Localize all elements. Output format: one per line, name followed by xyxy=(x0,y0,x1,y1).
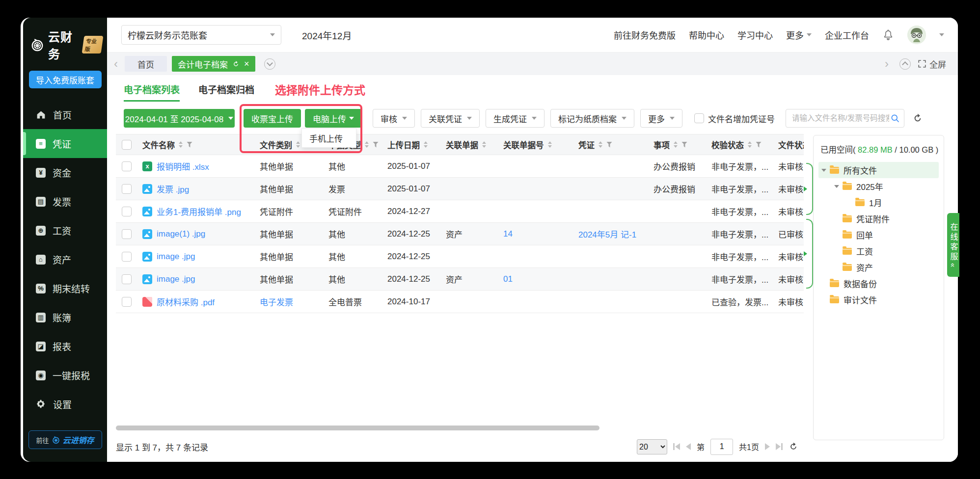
toolbar-button-1[interactable]: 关联凭证 xyxy=(421,109,480,128)
sort-icon[interactable] xyxy=(296,141,300,148)
sidebar-item-7[interactable]: ▥账簿 xyxy=(23,303,107,332)
header-link-4[interactable]: 企业工作台 xyxy=(825,28,869,41)
file-name-link[interactable]: 原材料采购 .pdf xyxy=(157,295,215,308)
file-name-link[interactable]: 报销明细 .xlsx xyxy=(157,160,209,172)
tree-node-5[interactable]: 工资 xyxy=(818,243,939,259)
sort-icon[interactable] xyxy=(179,141,183,148)
header-link-0[interactable]: 前往财务免费版 xyxy=(614,28,676,41)
refresh-icon[interactable] xyxy=(912,113,923,124)
table-refresh-icon[interactable] xyxy=(789,442,798,452)
tree-node-1[interactable]: 2025年 xyxy=(818,178,939,194)
header-link-2[interactable]: 学习中心 xyxy=(737,28,773,41)
sidebar-item-4[interactable]: ⊕工资 xyxy=(23,216,107,245)
row-checkbox[interactable] xyxy=(122,252,132,262)
date-range-button[interactable]: 2024-04-01 至 2025-04-08 xyxy=(124,109,235,128)
filter-icon[interactable] xyxy=(606,142,612,148)
fullscreen-button[interactable]: 全屏 xyxy=(918,58,946,70)
upload-button-0[interactable]: 收票宝上传 xyxy=(244,109,301,128)
tree-caret-icon[interactable] xyxy=(834,185,839,188)
tree-node-0[interactable]: 所有文件 xyxy=(818,162,939,178)
toolbar-button-0[interactable]: 审核 xyxy=(373,109,415,128)
tabs-scroll-left-icon[interactable]: ‹ xyxy=(114,58,118,70)
file-category[interactable]: 电子发票 xyxy=(260,295,293,308)
sort-icon[interactable] xyxy=(424,141,428,148)
window-tab-1[interactable]: 会计电子档案× xyxy=(172,56,255,72)
sidebar-item-0[interactable]: 首页 xyxy=(23,100,107,129)
tree-node-7[interactable]: 数据备份 xyxy=(818,275,939,292)
sidebar-item-3[interactable]: ▤发票 xyxy=(23,187,107,216)
tree-expand-handle-bottom[interactable] xyxy=(806,219,813,289)
tree-node-2[interactable]: 1月 xyxy=(818,194,939,211)
sidebar-item-6[interactable]: %期末结转 xyxy=(23,274,107,303)
sidebar-item-5[interactable]: ⌂资产 xyxy=(23,245,107,274)
sort-icon[interactable] xyxy=(599,141,602,148)
file-name-link[interactable]: 发票 .jpg xyxy=(157,183,189,195)
first-page-icon[interactable] xyxy=(673,443,680,450)
horizontal-scrollbar-thumb[interactable] xyxy=(116,426,599,430)
tree-caret-icon[interactable] xyxy=(821,169,826,172)
page-number-input[interactable] xyxy=(710,439,733,455)
toolbar-button-2[interactable]: 生成凭证 xyxy=(486,109,544,128)
voucher-link[interactable]: 2024年5月 记-1 xyxy=(578,228,636,240)
row-checkbox[interactable] xyxy=(122,274,132,284)
sidebar-item-1[interactable]: ≡凭证 xyxy=(23,129,107,158)
sort-icon[interactable] xyxy=(548,141,552,148)
tree-node-6[interactable]: 资产 xyxy=(818,259,939,275)
tree-node-8[interactable]: 审计文件 xyxy=(818,292,939,308)
filter-icon[interactable] xyxy=(187,142,192,148)
sort-icon[interactable] xyxy=(365,141,369,148)
row-checkbox[interactable] xyxy=(122,297,132,307)
toolbar-button-4[interactable]: 更多 xyxy=(640,109,682,128)
window-tab-0[interactable]: 首页 xyxy=(125,56,167,72)
last-page-icon[interactable] xyxy=(776,443,783,450)
related-doc-no[interactable]: 14 xyxy=(503,229,513,239)
sort-icon[interactable] xyxy=(748,141,752,148)
row-checkbox[interactable] xyxy=(122,207,132,216)
sidebar-item-9[interactable]: ◉一键报税 xyxy=(23,361,107,390)
header-link-1[interactable]: 帮助中心 xyxy=(689,28,724,41)
user-menu-chevron-icon[interactable] xyxy=(939,33,944,36)
account-set-select[interactable]: 柠檬云财务示范账套 xyxy=(121,25,281,45)
header-link-3[interactable]: 更多 xyxy=(786,28,812,41)
tabs-scroll-right-icon[interactable]: › xyxy=(885,58,889,70)
search-input[interactable] xyxy=(791,113,890,123)
upload-button-1[interactable]: 电脑上传 xyxy=(305,109,362,128)
import-free-account-button[interactable]: 导入免费版账套 xyxy=(29,71,102,88)
row-checkbox[interactable] xyxy=(122,184,132,194)
filter-icon[interactable] xyxy=(373,142,379,148)
collapse-header-icon[interactable] xyxy=(899,58,911,70)
file-name-link[interactable]: image .jpg xyxy=(157,274,195,284)
sort-icon[interactable] xyxy=(482,141,486,148)
tab-refresh-icon[interactable] xyxy=(232,60,240,68)
menu-item-mobile-upload[interactable]: 手机上传 xyxy=(302,129,356,147)
toolbar-button-3[interactable]: 标记为纸质档案 xyxy=(550,109,634,128)
filter-icon[interactable] xyxy=(681,142,687,148)
prev-page-icon[interactable] xyxy=(686,443,691,450)
tab-actions-icon[interactable] xyxy=(264,58,275,70)
page-size-select[interactable]: 20 xyxy=(637,439,667,454)
file-name-link[interactable]: 业务1-费用报销单 .png xyxy=(157,205,241,217)
tree-expand-handle-top[interactable] xyxy=(806,163,813,215)
file-name-link[interactable]: image .jpg xyxy=(157,252,195,262)
tab-close-icon[interactable]: × xyxy=(244,59,249,68)
sidebar-item-10[interactable]: 设置 xyxy=(23,390,107,419)
filter-icon[interactable] xyxy=(756,142,762,148)
search-icon[interactable] xyxy=(890,113,900,123)
select-all-checkbox[interactable] xyxy=(122,140,132,150)
next-page-icon[interactable] xyxy=(765,443,770,450)
tree-node-4[interactable]: 回单 xyxy=(818,227,939,243)
related-doc-no[interactable]: 01 xyxy=(503,274,513,284)
notification-bell-icon[interactable] xyxy=(882,29,894,41)
page-tab-0[interactable]: 电子档案列表 xyxy=(124,82,180,102)
sidebar-item-2[interactable]: ¥资金 xyxy=(23,158,107,187)
page-tab-1[interactable]: 电子档案归档 xyxy=(198,82,254,102)
row-checkbox[interactable] xyxy=(122,229,132,239)
online-service-tab[interactable]: 在线客服 « xyxy=(947,213,959,277)
sidebar-item-8[interactable]: ◪报表 xyxy=(23,332,107,361)
sort-icon[interactable] xyxy=(674,141,678,148)
goto-inventory-button[interactable]: 前往 云进销存 xyxy=(28,430,102,449)
row-checkbox[interactable] xyxy=(122,161,132,171)
filename-voucher-checkbox[interactable] xyxy=(694,113,704,123)
user-avatar[interactable] xyxy=(907,26,926,44)
file-name-link[interactable]: image(1) .jpg xyxy=(157,229,205,239)
